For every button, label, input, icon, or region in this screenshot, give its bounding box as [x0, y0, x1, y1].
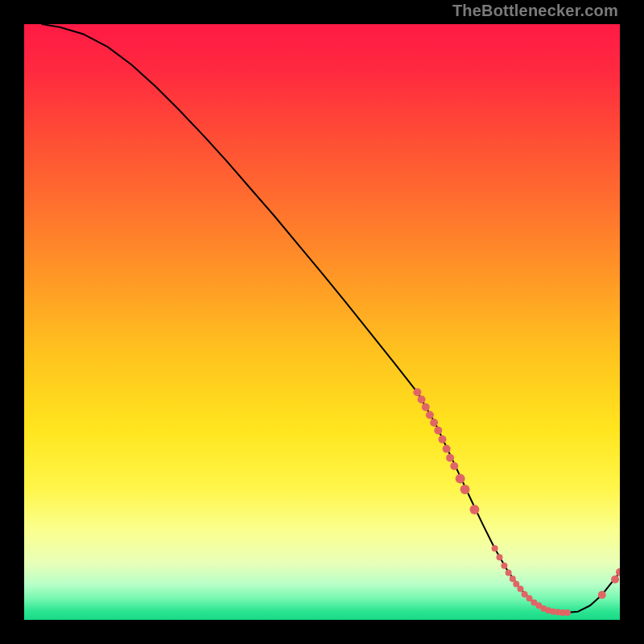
- data-point: [450, 462, 458, 470]
- data-point: [413, 388, 421, 396]
- data-point: [517, 586, 523, 592]
- plot-area: [24, 24, 620, 620]
- data-point: [460, 485, 470, 494]
- gradient-background: [24, 24, 620, 620]
- chart-container: TheBottlenecker.com: [0, 0, 644, 644]
- data-point: [430, 419, 438, 427]
- data-point: [611, 576, 619, 584]
- data-point: [469, 505, 479, 514]
- data-point: [492, 545, 498, 551]
- chart-svg: [24, 24, 620, 620]
- data-point: [598, 591, 606, 599]
- attribution-text: TheBottlenecker.com: [452, 2, 618, 20]
- data-point: [434, 427, 442, 435]
- data-point: [422, 403, 430, 411]
- data-point: [438, 436, 446, 444]
- data-point: [418, 395, 426, 403]
- data-point: [443, 445, 451, 453]
- data-point: [456, 474, 465, 484]
- data-point: [497, 554, 503, 560]
- data-point: [426, 411, 434, 419]
- data-point: [501, 563, 507, 569]
- data-point: [510, 576, 516, 582]
- data-point: [506, 570, 512, 576]
- data-point: [564, 609, 571, 616]
- data-point: [446, 454, 454, 462]
